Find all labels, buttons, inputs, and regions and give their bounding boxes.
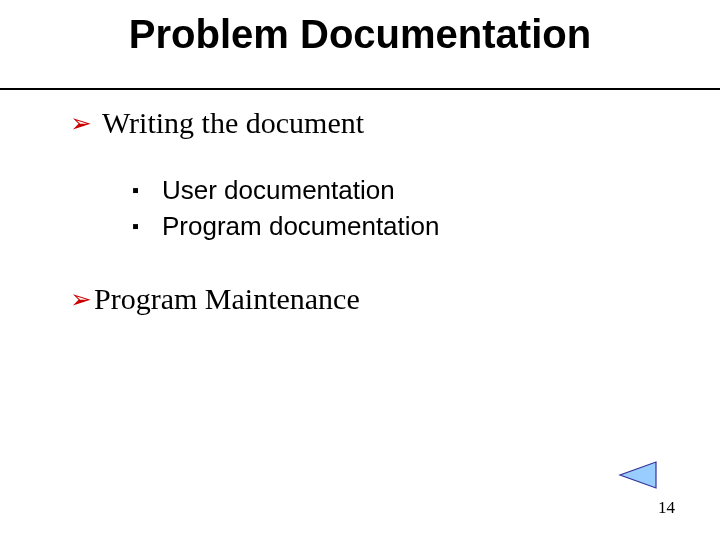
title-underline — [0, 88, 720, 90]
page-number: 14 — [658, 498, 675, 518]
svg-marker-0 — [620, 462, 656, 488]
bullet-text: Program Maintenance — [94, 282, 360, 316]
bullet-text: User documentation — [162, 174, 395, 206]
back-button[interactable] — [616, 460, 658, 490]
title-wrap: Problem Documentation — [0, 0, 720, 57]
bullet-level2: ▪ Program documentation — [132, 210, 680, 242]
bullet-text: Writing the document — [102, 106, 364, 140]
slide-title: Problem Documentation — [129, 12, 591, 57]
triangle-left-icon — [616, 460, 658, 490]
bullet-text: Program documentation — [162, 210, 439, 242]
sub-bullet-group: ▪ User documentation ▪ Program documenta… — [132, 174, 680, 242]
bullet-level1: ➢ Writing the document — [70, 106, 680, 140]
square-icon: ▪ — [132, 210, 150, 242]
square-icon: ▪ — [132, 174, 150, 206]
arrow-icon: ➢ — [70, 106, 94, 140]
bullet-level1: ➢ Program Maintenance — [70, 282, 680, 316]
arrow-icon: ➢ — [70, 282, 92, 316]
bullet-level2: ▪ User documentation — [132, 174, 680, 206]
slide: Problem Documentation ➢ Writing the docu… — [0, 0, 720, 540]
slide-body: ➢ Writing the document ▪ User documentat… — [70, 106, 680, 316]
